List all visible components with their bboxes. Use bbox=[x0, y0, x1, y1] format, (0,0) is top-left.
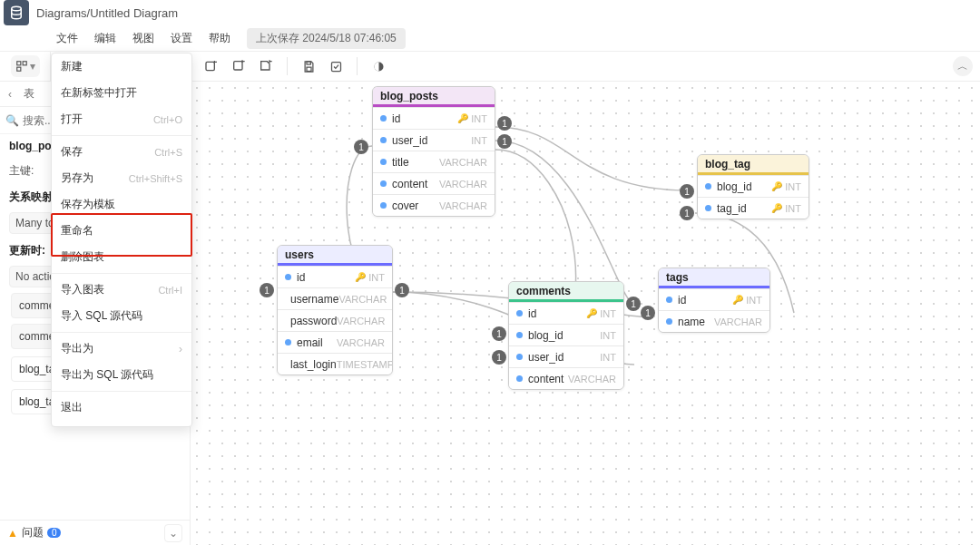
sidebar-back-icon[interactable]: ‹ bbox=[0, 88, 20, 101]
footer-expand-icon[interactable]: ⌄ bbox=[164, 524, 182, 542]
dd-save-as[interactable]: 另存为Ctrl+Shift+S bbox=[52, 165, 191, 191]
port: 1 bbox=[354, 140, 368, 154]
entity-users[interactable]: users id🔑INT usernameVARCHAR passwordVAR… bbox=[277, 245, 393, 375]
port: 1 bbox=[680, 184, 694, 199]
app-logo bbox=[4, 0, 29, 25]
key-icon: 🔑 bbox=[586, 308, 597, 318]
rel-label: 关系映射: bbox=[9, 190, 56, 205]
warning-icon: ▲ bbox=[7, 527, 18, 540]
svg-rect-2 bbox=[23, 62, 26, 65]
menu-edit[interactable]: 编辑 bbox=[94, 31, 116, 46]
entity-comments[interactable]: comments id🔑INT blog_idINT user_idINT co… bbox=[508, 281, 624, 390]
add-area-icon[interactable] bbox=[256, 56, 276, 76]
upd-label: 更新时: bbox=[9, 243, 45, 258]
key-icon: 🔑 bbox=[771, 203, 782, 213]
dd-new[interactable]: 新建 bbox=[52, 54, 191, 80]
file-dropdown: 新建 在新标签中打开 打开Ctrl+O 保存Ctrl+S 另存为Ctrl+Shi… bbox=[51, 53, 192, 427]
svg-rect-7 bbox=[307, 67, 311, 71]
issues-label[interactable]: 问题 bbox=[22, 525, 44, 540]
theme-icon[interactable] bbox=[368, 56, 388, 76]
dd-rename[interactable]: 重命名 bbox=[52, 218, 191, 244]
menu-view[interactable]: 视图 bbox=[132, 31, 154, 46]
dd-save-tpl[interactable]: 保存为模板 bbox=[52, 191, 191, 218]
port: 1 bbox=[260, 283, 274, 297]
entity-title: users bbox=[278, 246, 392, 266]
svg-rect-8 bbox=[331, 62, 340, 71]
entity-blog-posts[interactable]: blog_posts id🔑INT user_idINT titleVARCHA… bbox=[372, 86, 495, 217]
menu-file[interactable]: 文件 bbox=[56, 31, 78, 46]
menubar: 文件 编辑 视图 设置 帮助 上次保存 2024/5/18 07:46:05 bbox=[0, 25, 980, 51]
key-icon: 🔑 bbox=[457, 113, 468, 123]
last-saved-chip: 上次保存 2024/5/18 07:46:05 bbox=[247, 28, 406, 49]
port: 1 bbox=[680, 206, 694, 220]
layout-button[interactable]: ▾ bbox=[11, 55, 40, 77]
entity-title: comments bbox=[509, 282, 623, 302]
port: 1 bbox=[626, 297, 641, 311]
svg-rect-5 bbox=[234, 62, 242, 70]
dd-open-new-tab[interactable]: 在新标签中打开 bbox=[52, 80, 191, 106]
add-table-icon[interactable] bbox=[201, 56, 221, 76]
entity-tags[interactable]: tags id🔑INT nameVARCHAR bbox=[658, 268, 770, 333]
add-note-icon[interactable] bbox=[229, 56, 249, 76]
menu-help[interactable]: 帮助 bbox=[209, 31, 230, 46]
port: 1 bbox=[497, 134, 512, 149]
dd-export-as[interactable]: 导出为 bbox=[52, 336, 191, 362]
canvas[interactable]: blog_posts id🔑INT user_idINT titleVARCHA… bbox=[191, 82, 980, 545]
port: 1 bbox=[395, 283, 409, 297]
port: 1 bbox=[641, 306, 655, 320]
entity-title: blog_posts bbox=[373, 87, 495, 107]
sidebar-footer: ▲ 问题 0 ⌄ bbox=[0, 520, 190, 545]
dd-delete[interactable]: 删除图表 bbox=[52, 244, 191, 270]
dd-exit[interactable]: 退出 bbox=[52, 394, 191, 421]
pk-label: 主键: bbox=[9, 163, 34, 179]
collapse-panel-button[interactable]: ︿ bbox=[953, 56, 973, 76]
tasks-icon[interactable] bbox=[326, 56, 346, 76]
entity-title: blog_tag bbox=[698, 155, 808, 175]
port: 1 bbox=[492, 350, 506, 365]
svg-point-0 bbox=[12, 6, 22, 11]
dd-import-diagram[interactable]: 导入图表Ctrl+I bbox=[52, 277, 191, 303]
key-icon: 🔑 bbox=[771, 181, 782, 191]
port: 1 bbox=[497, 116, 512, 131]
dd-export-sql[interactable]: 导出为 SQL 源代码 bbox=[52, 362, 191, 388]
svg-rect-1 bbox=[16, 62, 20, 65]
port: 1 bbox=[492, 326, 506, 341]
svg-rect-3 bbox=[16, 67, 20, 71]
page-title: Diagrams/Untitled Diagram bbox=[36, 6, 178, 20]
titlebar: Diagrams/Untitled Diagram bbox=[0, 0, 980, 25]
dd-open[interactable]: 打开Ctrl+O bbox=[52, 106, 191, 132]
svg-rect-6 bbox=[307, 61, 310, 63]
entity-blog-tag[interactable]: blog_tag blog_id🔑INT tag_id🔑INT bbox=[697, 154, 809, 219]
svg-rect-4 bbox=[206, 62, 214, 70]
entity-title: tags bbox=[659, 268, 769, 288]
search-icon: 🔍 bbox=[5, 114, 19, 127]
key-icon: 🔑 bbox=[732, 295, 743, 305]
issues-count: 0 bbox=[47, 528, 62, 538]
save-icon[interactable] bbox=[299, 56, 318, 76]
menu-settings[interactable]: 设置 bbox=[171, 31, 192, 46]
key-icon: 🔑 bbox=[355, 272, 366, 282]
dd-save[interactable]: 保存Ctrl+S bbox=[52, 139, 191, 165]
dd-import-sql[interactable]: 导入 SQL 源代码 bbox=[52, 303, 191, 329]
